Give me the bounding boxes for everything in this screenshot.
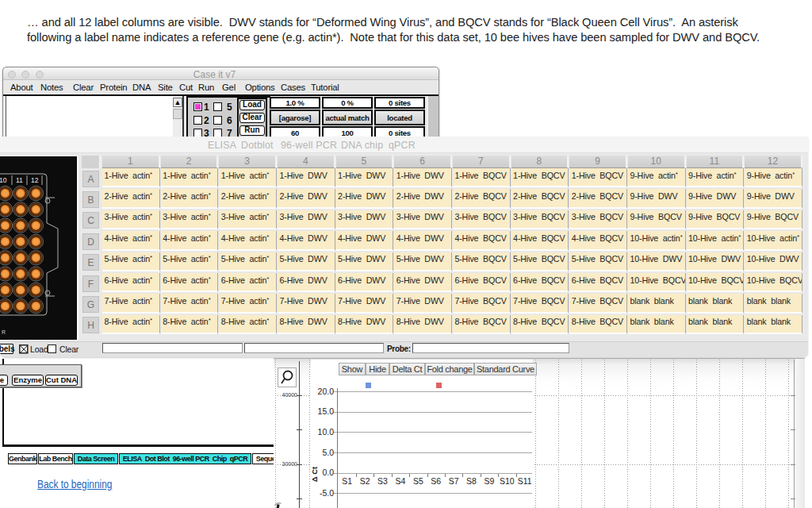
svg-text:10: 10 [0,176,7,184]
svg-text:R: R [2,329,6,335]
svg-text:12: 12 [31,176,39,184]
svg-text:11: 11 [16,176,23,184]
